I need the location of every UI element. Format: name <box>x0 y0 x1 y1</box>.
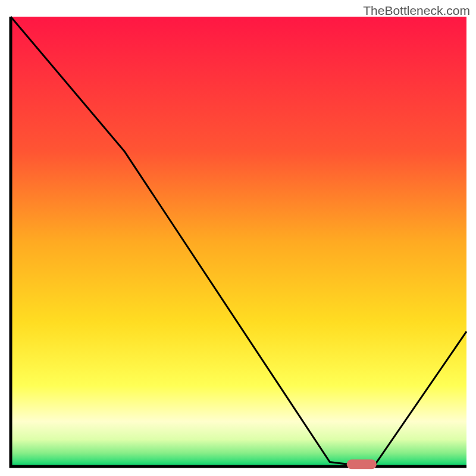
optimal-marker <box>347 459 377 469</box>
bottleneck-chart <box>0 0 476 476</box>
watermark-text: TheBottleneck.com <box>363 4 470 18</box>
gradient-background <box>11 17 466 466</box>
chart-container: TheBottleneck.com <box>0 0 476 476</box>
